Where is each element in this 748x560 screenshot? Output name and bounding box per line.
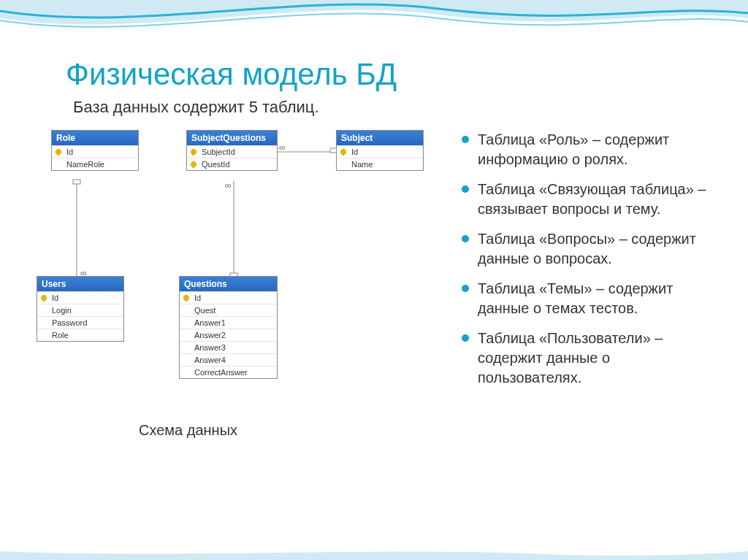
table-header: Questions (180, 277, 277, 291)
list-item: Таблица «Роль» – содержит информацию о р… (460, 130, 711, 169)
list-item: Таблица «Пользователи» – содержит данные… (460, 329, 711, 388)
table-field: Password (37, 316, 123, 329)
table-field: Id (337, 145, 423, 158)
list-item: Таблица «Вопросы» – содержит данные о во… (460, 229, 711, 269)
list-item: Таблица «Темы» – содержит данные о темах… (460, 279, 711, 318)
table-header: Subject (337, 131, 423, 145)
table-field: Quest (180, 304, 277, 316)
svg-text:∞: ∞ (225, 180, 232, 191)
table-field: NameRole (52, 158, 138, 170)
table-field: Answer2 (180, 329, 277, 341)
table-field: Answer4 (180, 353, 277, 366)
list-item: Таблица «Связующая таблица» – связывает … (460, 180, 711, 219)
slide-subtitle: База данных содержит 5 таблиц. (73, 98, 711, 117)
table-field: Id (37, 291, 123, 304)
table-field: Id (180, 291, 277, 304)
diagram-caption: Схема данных (139, 422, 237, 439)
table-header: Role (52, 131, 138, 145)
slide-title: Физическая модель БД (66, 57, 711, 92)
table-field: QuestId (187, 158, 277, 170)
table-field: Id (52, 145, 138, 158)
table-field: Answer3 (180, 341, 277, 353)
table-header: Users (37, 277, 123, 291)
table-header: SubjectQuestions (187, 131, 277, 145)
table-field: CorrectAnswer (180, 366, 277, 378)
db-table-users: Users Id Login Password Role (37, 276, 124, 342)
db-table-role: Role Id NameRole (51, 130, 139, 171)
table-field: Role (37, 329, 123, 341)
slide-content: Физическая модель БД База данных содержи… (0, 15, 748, 560)
database-schema-diagram: ∞ ∞ ∞ Role Id NameRole SubjectQuestions … (37, 130, 446, 510)
table-field: SubjectId (187, 145, 277, 158)
svg-text:∞: ∞ (279, 142, 286, 153)
svg-rect-1 (73, 180, 80, 184)
table-field: Login (37, 304, 123, 316)
db-table-subject: Subject Id Name (336, 130, 424, 171)
table-field: Name (337, 158, 423, 170)
table-field: Answer1 (180, 316, 277, 329)
db-table-subjectquestions: SubjectQuestions SubjectId QuestId (186, 130, 278, 171)
bullet-list: Таблица «Роль» – содержит информацию о р… (460, 130, 711, 510)
db-table-questions: Questions Id Quest Answer1 Answer2 Answe… (179, 276, 278, 379)
